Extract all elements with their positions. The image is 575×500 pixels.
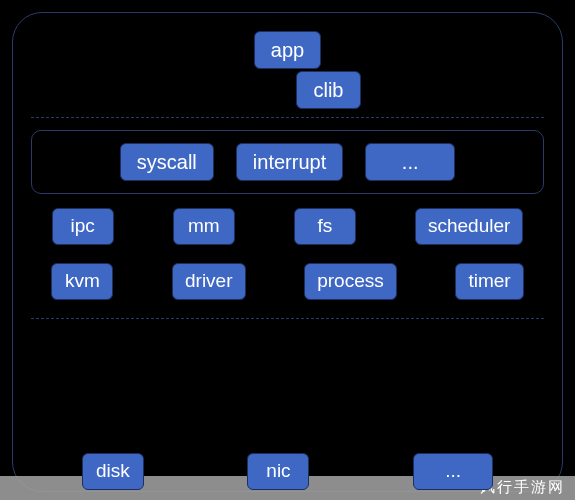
subsystems-row-1: ipc mm fs scheduler bbox=[31, 208, 544, 245]
node-scheduler: scheduler bbox=[415, 208, 523, 245]
node-timer: timer bbox=[455, 263, 523, 300]
node-hw-more: ... bbox=[413, 453, 493, 490]
node-interrupt: interrupt bbox=[236, 143, 343, 181]
node-nic: nic bbox=[247, 453, 309, 490]
node-process: process bbox=[304, 263, 397, 300]
node-syscall: syscall bbox=[120, 143, 214, 181]
node-clib: clib bbox=[296, 71, 360, 109]
node-mm: mm bbox=[173, 208, 235, 245]
node-fs: fs bbox=[294, 208, 356, 245]
kernel-entry-group: syscall interrupt ... bbox=[31, 130, 544, 194]
node-kernel-more: ... bbox=[365, 143, 455, 181]
userland-row-1: app bbox=[31, 31, 544, 69]
node-ipc: ipc bbox=[52, 208, 114, 245]
kernel-entry-row: syscall interrupt ... bbox=[40, 143, 535, 181]
hardware-row: disk nic ... bbox=[30, 453, 545, 490]
node-disk: disk bbox=[82, 453, 144, 490]
node-kvm: kvm bbox=[51, 263, 113, 300]
node-app: app bbox=[254, 31, 321, 69]
kernel-subsystems: ipc mm fs scheduler kvm driver process t… bbox=[31, 208, 544, 300]
divider-user-kernel bbox=[31, 117, 544, 118]
userland-row-2: clib bbox=[31, 71, 544, 109]
architecture-panel: app clib syscall interrupt ... ipc mm fs… bbox=[12, 12, 563, 492]
subsystems-row-2: kvm driver process timer bbox=[31, 263, 544, 300]
node-driver: driver bbox=[172, 263, 246, 300]
divider-kernel-hw bbox=[31, 318, 544, 319]
diagram-stage: app clib syscall interrupt ... ipc mm fs… bbox=[0, 0, 575, 500]
